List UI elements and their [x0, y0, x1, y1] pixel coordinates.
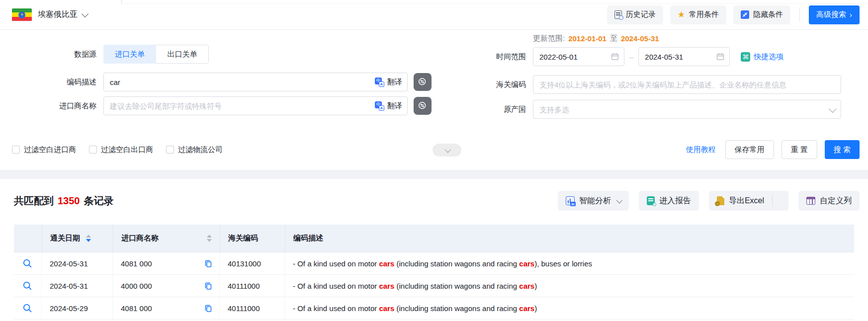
row-detail-cell — [14, 275, 42, 297]
cell-date: 2024-05-31 — [42, 252, 113, 275]
customize-columns-button[interactable]: 自定义列 — [798, 191, 860, 211]
table-header-row: 通关日期 进口商名称 — [14, 225, 854, 252]
summary-prefix: 共匹配到 — [14, 194, 54, 208]
hs-code-label: 海关编码 — [449, 80, 526, 89]
copy-icon[interactable] — [204, 259, 212, 268]
checkbox-icon[interactable] — [166, 146, 174, 154]
translate-button[interactable]: 中 A 翻译 — [372, 73, 402, 91]
smart-analysis-label: 智能分析 — [579, 196, 611, 206]
filter-blank-exporter[interactable]: 过滤空白出口商 — [89, 145, 153, 155]
end-date-picker[interactable] — [638, 47, 730, 66]
table-row[interactable]: 2024-05-31 4081 000 40131000 - Of a kind… — [14, 252, 854, 275]
chevron-down-icon[interactable] — [82, 10, 88, 17]
exchange-icon — [418, 101, 428, 111]
update-range-to: 2024-05-31 — [621, 34, 659, 43]
enter-report-label: 进入报告 — [659, 196, 691, 206]
importer-name-input[interactable] — [104, 97, 407, 115]
synonym-search-button-2[interactable] — [414, 97, 432, 115]
magnifier-icon[interactable] — [22, 303, 33, 314]
start-date-input[interactable] — [533, 48, 611, 66]
origin-country-label: 原产国 — [449, 105, 526, 114]
sort-asc-icon — [86, 235, 91, 238]
reset-button[interactable]: 重 置 — [781, 140, 817, 159]
header-code-description: 编码描述 — [285, 225, 854, 252]
tutorial-link[interactable]: 使用教程 — [686, 145, 716, 155]
copy-icon[interactable] — [204, 304, 212, 313]
translate-button-2[interactable]: 中 A 翻译 — [372, 97, 402, 115]
quick-options-button[interactable]: ⌘ 快捷选项 — [741, 52, 783, 62]
filter-label: 过滤空白出口商 — [101, 145, 153, 155]
history-button[interactable]: 历史记录 — [607, 5, 663, 24]
sort-control-date[interactable] — [86, 235, 91, 242]
smart-analysis-button[interactable]: BI 智能分析 — [558, 191, 629, 211]
chevron-down-icon — [444, 146, 451, 153]
results-table-body: 2024-05-31 4081 000 40131000 - Of a kind… — [14, 252, 854, 320]
cell-date: 2024-05-29 — [42, 297, 113, 320]
code-description-field-wrap: 中 A 翻译 — [103, 73, 408, 91]
origin-country-select[interactable] — [533, 100, 841, 119]
history-icon — [614, 10, 622, 19]
enter-report-button[interactable]: 进入报告 — [639, 191, 699, 211]
copy-icon[interactable] — [204, 282, 212, 290]
columns-icon — [806, 197, 815, 205]
checkbox-icon[interactable] — [89, 146, 97, 154]
search-button[interactable]: 搜 索 — [825, 140, 860, 159]
export-options-button[interactable] — [773, 191, 788, 211]
sort-control-importer[interactable] — [207, 235, 212, 242]
history-button-label: 历史记录 — [626, 10, 656, 19]
checkbox-icon[interactable] — [12, 146, 20, 154]
header-hs-code: 海关编码 — [220, 225, 285, 252]
filter-action-row: 过滤空白进口商 过滤空白出口商 过滤物流公司 使用教程 保存常用 重 置 搜 索 — [12, 140, 860, 159]
cell-date: 2024-05-31 — [42, 275, 113, 297]
origin-country-input[interactable] — [533, 100, 829, 118]
star-icon: ★ — [678, 10, 685, 19]
magnifier-icon[interactable] — [22, 258, 33, 269]
column-label: 进口商名称 — [121, 234, 159, 243]
start-date-picker[interactable] — [533, 47, 624, 66]
code-description-input[interactable] — [104, 73, 407, 91]
hide-conditions-label: 隐藏条件 — [753, 10, 783, 19]
tab-import-declarations[interactable]: 进口关单 — [103, 45, 156, 64]
chevron-down-icon — [616, 197, 622, 203]
data-source-label: 数据源 — [12, 50, 96, 59]
save-favorite-button[interactable]: 保存常用 — [725, 140, 774, 159]
translate-label: 翻译 — [387, 101, 402, 111]
translate-label: 翻译 — [387, 78, 402, 87]
update-range-from: 2012-01-01 — [568, 34, 607, 43]
advanced-search-button[interactable]: 高级搜索 › — [809, 5, 860, 24]
magnifier-icon[interactable] — [22, 281, 33, 291]
filter-logistics-company[interactable]: 过滤物流公司 — [166, 145, 223, 155]
summary-suffix: 条记录 — [84, 194, 114, 208]
bi-analysis-icon: BI — [566, 196, 575, 205]
export-excel-button[interactable]: → 导出Excel — [709, 191, 772, 211]
translate-icon: 中 A — [375, 101, 384, 111]
hide-conditions-button[interactable]: 隐藏条件 — [733, 5, 790, 24]
synonym-search-button[interactable] — [414, 73, 432, 91]
section-divider — [0, 170, 868, 179]
cell-importer: 4000 000 — [113, 275, 220, 297]
results-panel: 共匹配到 1350 条记录 BI 智能分析 进入报告 → 导出Excel — [0, 179, 868, 320]
command-icon: ⌘ — [741, 52, 750, 62]
advanced-search-label: 高级搜索 — [816, 10, 846, 19]
header-importer-name: 进口商名称 — [113, 225, 220, 252]
arrow-right-icon: › — [850, 11, 852, 18]
filter-blank-importer[interactable]: 过滤空白进口商 — [12, 145, 76, 155]
header-bar: ✦ 埃塞俄比亚 历史记录 ★ 常用条件 隐藏条件 高级搜索 › — [0, 0, 868, 30]
customize-columns-label: 自定义列 — [820, 196, 852, 206]
cell-description: - Of a kind used on motor cars (includin… — [285, 252, 854, 275]
table-row[interactable]: 2024-05-29 4081 000 40111000 - Of a kind… — [14, 297, 854, 320]
importer-name: 4081 000 — [121, 259, 152, 268]
update-range: 更新范围: 2012-01-01 至 2024-05-31 — [533, 34, 860, 43]
favorites-button[interactable]: ★ 常用条件 — [670, 5, 726, 24]
cell-hs-code: 40111000 — [220, 297, 285, 320]
export-excel-group: → 导出Excel — [709, 191, 788, 211]
expand-conditions-button[interactable] — [433, 144, 461, 157]
end-date-input[interactable] — [639, 48, 716, 66]
tab-export-declarations[interactable]: 出口关单 — [156, 45, 209, 64]
header-detail-column — [14, 225, 42, 252]
importer-name: 4000 000 — [121, 282, 152, 290]
hs-code-input[interactable] — [533, 76, 841, 93]
country-selector-label[interactable]: 埃塞俄比亚 — [38, 9, 78, 20]
translate-icon: 中 A — [375, 78, 384, 87]
table-row[interactable]: 2024-05-31 4000 000 40111000 - Of a kind… — [14, 275, 854, 297]
